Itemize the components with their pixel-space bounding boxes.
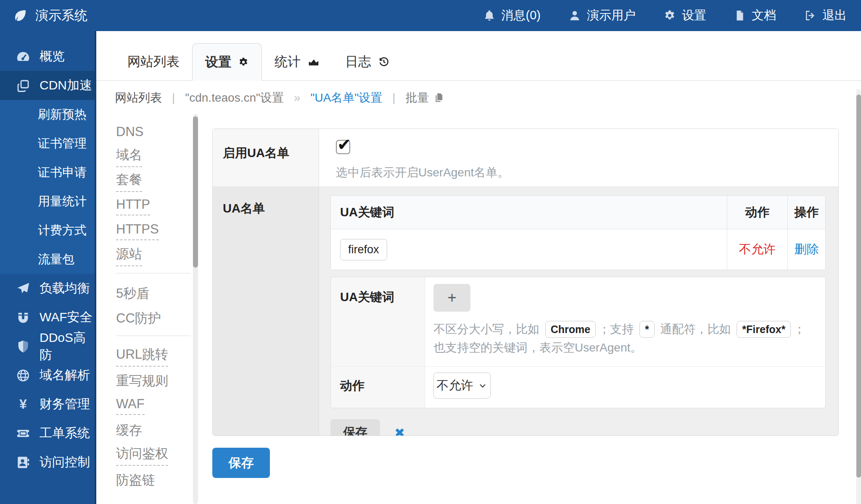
page-scrollbar[interactable] [856,89,861,504]
clone-icon [16,79,30,93]
sidebar-item-access-control[interactable]: 访问控制 [0,448,95,477]
menu-item-plan[interactable]: 套餐 [116,171,142,192]
batch-label: 批量 [406,90,429,106]
menu-item-http[interactable]: HTTP [116,197,150,215]
gear-icon [238,57,249,68]
nav-settings-label: 设置 [682,7,706,24]
breadcrumb-separator: » [294,91,301,105]
menu-item-https[interactable]: HTTPS [116,222,159,240]
menu-scrollbar-thumb[interactable] [193,116,198,268]
add-keyword-button[interactable]: + [433,284,470,312]
sidebar-subitem-usage[interactable]: 用量统计 [0,187,95,216]
sidebar-item-waf[interactable]: WAF安全 [0,303,95,332]
tab-label: 设置 [205,53,231,71]
menu-scrollbar[interactable] [193,114,198,504]
col-op: 操作 [787,196,825,229]
sidebar-item-overview[interactable]: 概览 [0,42,95,71]
globe-icon [16,368,30,383]
sidebar-subitem-traffic-pack[interactable]: 流量包 [0,245,95,274]
sidebar-subitem-refresh[interactable]: 刷新预热 [0,100,95,129]
enable-ua-checkbox[interactable] [336,140,350,154]
menu-item-dns[interactable]: DNS [116,124,143,139]
nav-docs-label: 文档 [752,7,776,24]
tab-stats[interactable]: 统计 [262,43,333,80]
nav-settings[interactable]: 设置 [663,7,706,24]
navbar-menu: 消息(0) 演示用户 设置 文档 [483,7,847,24]
chevron-down-icon [478,381,488,391]
ua-keyword-editor: UA关键词 + 不区分大小写，比如 Chrome；支持 * 通配符，比如 *Fi… [330,277,826,408]
menu-item-waf[interactable]: WAF [116,396,145,415]
menu-item-cache[interactable]: 缓存 [116,422,142,439]
menu-item-auth[interactable]: 访问鉴权 [116,445,168,466]
tab-label: 日志 [345,53,371,71]
settings-menu: DNS 域名 套餐 HTTP HTTPS 源站 5秒盾 CC防护 URL跳转 重… [116,119,193,492]
sidebar-subitem-cert-manage[interactable]: 证书管理 [0,129,95,158]
action-select-value: 不允许 [437,377,473,394]
col-action: 动作 [727,196,787,229]
sidebar-subitem-billing[interactable]: 计费方式 [0,216,95,245]
sidebar-item-tickets[interactable]: 工单系统 [0,419,95,448]
top-navbar: 演示系统 消息(0) 演示用户 设置 [0,0,861,31]
menu-item-5s-shield[interactable]: 5秒盾 [116,285,149,302]
leaf-logo-icon [13,8,28,23]
menu-item-hotlink[interactable]: 防盗链 [116,471,155,489]
sidebar-item-dns-resolve[interactable]: 域名解析 [0,361,95,390]
delete-link[interactable]: 删除 [795,241,819,258]
menu-divider [116,273,191,273]
nav-messages[interactable]: 消息(0) [483,7,541,24]
breadcrumb-separator: | [172,91,175,105]
col-keyword: UA关键词 [331,196,727,229]
sidebar-item-label: 负载均衡 [40,280,90,297]
breadcrumb-sites[interactable]: 网站列表 [115,90,162,106]
nav-logout[interactable]: 退出 [804,7,847,24]
menu-item-cc[interactable]: CC防护 [116,310,161,327]
address-book-icon [16,455,30,470]
sidebar-subitem-cert-apply[interactable]: 证书申请 [0,158,95,187]
menu-item-url-redirect[interactable]: URL跳转 [116,346,168,367]
menu-item-domain[interactable]: 域名 [116,146,142,167]
sidebar-item-finance[interactable]: ¥ 财务管理 [0,390,95,419]
paper-plane-icon [16,281,30,296]
sidebar-item-cdn[interactable]: CDN加速 [0,71,95,100]
example-tag: *Firefox* [737,321,791,338]
sidebar-subitem-label: 刷新预热 [38,106,87,123]
action-select[interactable]: 不允许 [433,373,491,399]
breadcrumb-batch[interactable]: 批量 [406,90,444,106]
breadcrumb-current[interactable]: "UA名单"设置 [311,90,383,106]
sidebar-item-label: 域名解析 [40,367,90,384]
sidebar-item-label: 概览 [40,48,65,65]
ua-list-label: UA名单 [213,187,319,436]
tab-logs[interactable]: 日志 [333,43,402,80]
user-icon [568,9,581,22]
shield-icon [16,339,30,354]
nav-user[interactable]: 演示用户 [568,7,636,24]
editor-actions: 保存 ✖ [330,419,838,436]
save-button[interactable]: 保存 [212,448,270,478]
sidebar-item-ddos[interactable]: DDoS高防 [0,332,95,361]
tab-settings[interactable]: 设置 [192,43,262,81]
example-tag: * [639,321,655,338]
copy-icon [433,92,444,103]
brand[interactable]: 演示系统 [13,7,87,24]
editor-action-label: 动作 [331,367,425,408]
sidebar-subitem-label: 证书管理 [38,135,87,152]
gear-icon [663,9,676,22]
keyword-hint: 不区分大小写，比如 Chrome；支持 * 通配符，比如 *Firefox*；也… [433,320,813,357]
editor-save-button[interactable]: 保存 [330,419,380,436]
enable-ua-hint: 选中后表示开启UserAgent名单。 [336,163,838,182]
sidebar-submenu: 刷新预热 证书管理 证书申请 用量统计 计费方式 流量包 [0,100,95,274]
menu-divider [116,336,191,336]
menu-item-origin[interactable]: 源站 [116,245,142,266]
logout-icon [804,9,816,22]
breadcrumb-site-settings[interactable]: "cdn.teaos.cn"设置 [185,90,284,106]
sidebar-item-loadbalancer[interactable]: 负载均衡 [0,274,95,303]
tab-sites[interactable]: 网站列表 [115,43,192,80]
magnet-icon [16,310,30,325]
page-scrollbar-thumb[interactable] [856,94,861,478]
nav-user-label: 演示用户 [587,7,636,24]
nav-docs[interactable]: 文档 [734,7,776,24]
close-editor-icon[interactable]: ✖ [394,425,405,436]
sidebar-item-label: WAF安全 [40,309,92,326]
menu-item-rewrite[interactable]: 重写规则 [116,372,168,390]
tab-label: 网站列表 [127,53,180,71]
